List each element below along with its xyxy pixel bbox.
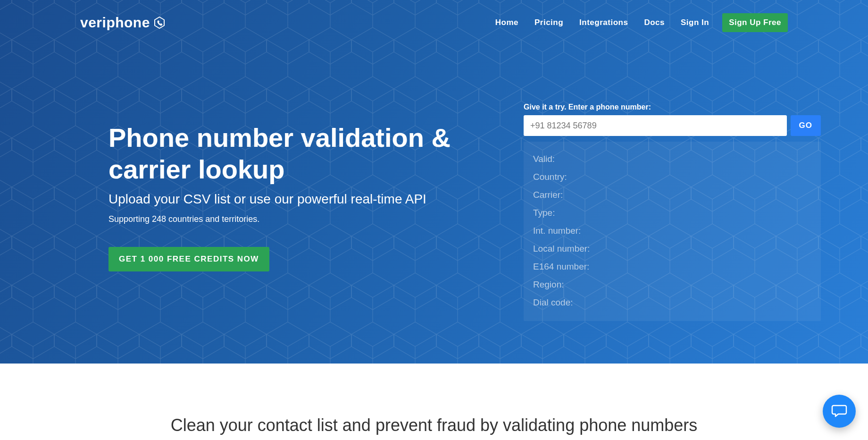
result-panel: Valid: Country: Carrier: Type: Int. numb…	[524, 142, 821, 321]
top-nav: veriphone Home Pricing Integrations Docs…	[80, 0, 788, 32]
nav-home[interactable]: Home	[492, 13, 521, 32]
signup-button[interactable]: Sign Up Free	[722, 13, 788, 32]
result-type: Type:	[533, 204, 811, 222]
result-dial-code: Dial code:	[533, 294, 811, 312]
nav-pricing[interactable]: Pricing	[532, 13, 566, 32]
get-credits-button[interactable]: GET 1 000 FREE CREDITS NOW	[108, 247, 269, 271]
tryit-label: Give it a try. Enter a phone number:	[524, 103, 821, 111]
chat-icon	[831, 402, 848, 421]
logo-hex-icon	[153, 16, 166, 29]
result-valid: Valid:	[533, 150, 811, 168]
nav-integrations[interactable]: Integrations	[576, 13, 631, 32]
logo[interactable]: veriphone	[80, 15, 166, 31]
nav-signin[interactable]: Sign In	[678, 13, 712, 32]
result-country: Country:	[533, 168, 811, 186]
phone-input[interactable]	[524, 115, 787, 136]
hero-supporting: Supporting 248 countries and territories…	[108, 214, 491, 224]
hero-subtitle: Upload your CSV list or use our powerful…	[108, 192, 491, 207]
nav-links: Home Pricing Integrations Docs Sign In S…	[492, 13, 788, 32]
result-local-number: Local number:	[533, 240, 811, 258]
go-button[interactable]: GO	[791, 115, 821, 136]
result-int-number: Int. number:	[533, 222, 811, 240]
logo-text: veriphone	[80, 15, 150, 31]
nav-docs[interactable]: Docs	[641, 13, 668, 32]
chat-widget-button[interactable]	[823, 395, 856, 428]
section2-headline: Clean your contact list and prevent frau…	[19, 415, 849, 435]
hero-title: Phone number validation & carrier lookup	[108, 122, 491, 185]
result-carrier: Carrier:	[533, 186, 811, 204]
result-region: Region:	[533, 276, 811, 294]
result-e164-number: E164 number:	[533, 258, 811, 276]
